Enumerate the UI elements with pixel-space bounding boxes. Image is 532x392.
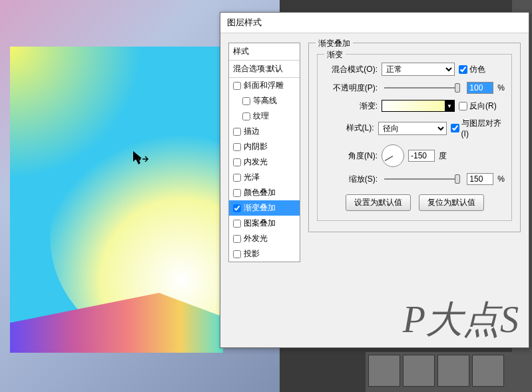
style-item-check[interactable]	[233, 204, 241, 212]
style-item-0[interactable]: 斜面和浮雕	[229, 78, 300, 93]
style-item-6[interactable]: 光泽	[229, 170, 300, 185]
bottom-thumbnails	[366, 352, 512, 392]
blend-mode-label: 混合模式(O):	[324, 64, 378, 75]
thumb[interactable]	[472, 355, 504, 387]
angle-unit: 度	[439, 150, 447, 162]
move-cursor-icon	[132, 150, 152, 166]
styles-header[interactable]: 样式	[229, 43, 300, 61]
opacity-label: 不透明度(P):	[324, 83, 378, 94]
blend-mode-select[interactable]: 正常	[382, 63, 455, 76]
scale-input[interactable]	[467, 173, 493, 185]
align-check-input[interactable]	[451, 124, 459, 132]
style-item-2[interactable]: 纹理	[229, 108, 300, 124]
chevron-down-icon[interactable]: ▼	[445, 100, 454, 111]
thumb[interactable]	[403, 355, 435, 387]
set-default-button[interactable]: 设置为默认值	[346, 194, 411, 211]
opacity-unit: %	[497, 83, 505, 93]
scale-unit: %	[497, 174, 505, 184]
style-item-check[interactable]	[233, 143, 241, 151]
style-item-label: 投影	[244, 248, 260, 260]
style-item-check[interactable]	[233, 189, 241, 197]
style-label: 样式(L):	[324, 122, 374, 134]
dither-check-input[interactable]	[459, 65, 467, 74]
style-item-label: 等高线	[253, 95, 277, 106]
opacity-input[interactable]	[467, 82, 493, 94]
subsection-title: 渐变	[324, 49, 346, 61]
style-select[interactable]: 径向	[378, 122, 447, 135]
style-item-label: 图案叠加	[244, 218, 276, 229]
style-item-check[interactable]	[233, 82, 241, 90]
settings-panel: 渐变叠加 渐变 混合模式(O): 正常 仿色 不透明度(P):	[308, 43, 521, 340]
style-item-label: 内阴影	[244, 141, 268, 152]
style-item-check[interactable]	[233, 158, 241, 166]
gradient-picker[interactable]: ▼	[382, 100, 455, 112]
thumb[interactable]	[437, 355, 469, 387]
section-title: 渐变叠加	[316, 38, 353, 49]
gradient-label: 渐变:	[324, 100, 378, 112]
styles-list: 样式 混合选项:默认 斜面和浮雕等高线纹理描边内阴影内发光光泽颜色叠加渐变叠加图…	[228, 43, 300, 262]
reverse-check-input[interactable]	[459, 102, 467, 110]
scale-slider[interactable]	[384, 178, 460, 180]
style-item-label: 内发光	[244, 156, 268, 168]
angle-label: 角度(N):	[324, 150, 378, 162]
artwork-canvas[interactable]	[10, 47, 223, 353]
thumb[interactable]	[368, 355, 400, 387]
angle-input[interactable]	[408, 150, 435, 162]
style-item-label: 渐变叠加	[244, 202, 276, 214]
style-item-8[interactable]: 渐变叠加	[229, 200, 300, 216]
style-item-label: 颜色叠加	[244, 187, 276, 198]
style-item-label: 描边	[244, 126, 260, 137]
reset-default-button[interactable]: 复位为默认值	[419, 194, 484, 211]
style-item-check[interactable]	[233, 220, 241, 228]
style-item-3[interactable]: 描边	[229, 124, 300, 139]
style-item-check[interactable]	[233, 250, 241, 258]
style-item-check[interactable]	[242, 97, 250, 105]
blend-options-row[interactable]: 混合选项:默认	[229, 61, 300, 78]
layer-style-dialog: 图层样式 样式 混合选项:默认 斜面和浮雕等高线纹理描边内阴影内发光光泽颜色叠加…	[220, 12, 529, 348]
style-item-label: 光泽	[244, 172, 260, 183]
scale-label: 缩放(S):	[324, 174, 378, 185]
style-item-10[interactable]: 外发光	[229, 231, 300, 246]
reverse-checkbox[interactable]: 反向(R)	[459, 100, 497, 112]
align-checkbox[interactable]: 与图层对齐(I)	[451, 118, 505, 138]
style-item-7[interactable]: 颜色叠加	[229, 185, 300, 200]
style-item-11[interactable]: 投影	[229, 246, 300, 262]
style-item-label: 斜面和浮雕	[244, 80, 284, 91]
style-item-9[interactable]: 图案叠加	[229, 216, 300, 231]
style-item-label: 外发光	[244, 233, 268, 244]
opacity-slider[interactable]	[384, 87, 460, 89]
angle-dial[interactable]	[382, 144, 404, 167]
style-item-check[interactable]	[233, 128, 241, 136]
style-item-check[interactable]	[233, 235, 241, 243]
dialog-title: 图层样式	[220, 13, 529, 33]
style-item-4[interactable]: 内阴影	[229, 139, 300, 154]
style-item-check[interactable]	[233, 174, 241, 182]
dither-checkbox[interactable]: 仿色	[459, 64, 485, 75]
style-item-check[interactable]	[242, 112, 250, 120]
style-item-label: 纹理	[253, 110, 269, 122]
style-item-5[interactable]: 内发光	[229, 154, 300, 170]
style-item-1[interactable]: 等高线	[229, 93, 300, 108]
